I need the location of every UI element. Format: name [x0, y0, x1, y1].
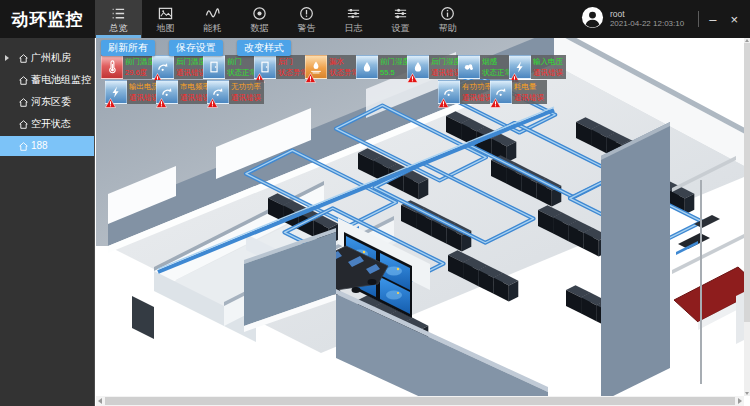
horizontal-scrollbar-thumb[interactable] [105, 397, 735, 405]
horizontal-scrollbar[interactable] [96, 396, 744, 406]
app-window: 动环监控 总览地图能耗数据警告日志设置帮助 root 2021-04-22 12… [0, 0, 750, 406]
door-icon [203, 55, 225, 79]
droplet-icon [356, 55, 378, 79]
sensor-widget[interactable]: 输入电压通讯错误 [509, 55, 566, 79]
topbar-divider [698, 11, 699, 27]
alarm-icon [156, 94, 167, 104]
save-settings-button[interactable]: 保存设置 [169, 40, 223, 56]
alarm-icon [305, 69, 316, 79]
sidebar: 广州机房蓄电池组监控河东区委空开状态188 [0, 38, 95, 406]
sensor-value: 通讯错误 [514, 92, 546, 103]
sensor-widget[interactable]: 后门状态异常 [254, 55, 311, 79]
map-icon [158, 6, 173, 21]
sensor-widget[interactable]: 耗电量通讯错误 [490, 80, 547, 104]
alarm-icon [105, 94, 116, 104]
tab-label: 警告 [298, 23, 316, 33]
window-controls: – × [709, 0, 738, 38]
data-icon [252, 6, 267, 21]
tab-label: 设置 [392, 23, 410, 33]
expand-caret-icon[interactable] [5, 55, 9, 61]
sensor-widget[interactable]: 输出电流通讯错误 [105, 80, 162, 104]
settings-icon [393, 6, 408, 21]
meter-icon [438, 80, 460, 104]
alarm-icon [254, 69, 265, 79]
leak-icon [305, 55, 327, 79]
tab-logs[interactable]: 日志 [330, 0, 377, 38]
sidebar-item-label: 河东区委 [31, 92, 71, 112]
login-timestamp: 2021-04-22 12:03:10 [610, 19, 684, 29]
app-title: 动环监控 [0, 0, 95, 38]
sidebar-item-label: 空开状态 [31, 114, 71, 134]
smoke-icon [458, 55, 480, 79]
log-icon [346, 6, 361, 21]
sidebar-item-188[interactable]: 188 [0, 136, 94, 156]
sidebar-item-guangzhou-jifang[interactable]: 广州机房 [0, 48, 94, 68]
alarm-icon [152, 69, 163, 79]
scroll-up-icon[interactable] [745, 39, 749, 42]
alarm-icon [407, 69, 418, 79]
scroll-right-icon[interactable] [738, 398, 742, 404]
sidebar-item-xudianchizu-jiankong[interactable]: 蓄电池组监控 [0, 70, 94, 90]
sensor-label: 输入电压 [533, 56, 565, 67]
sidebar-item-label: 广州机房 [31, 48, 71, 68]
sensor-text: 输入电压通讯错误 [531, 55, 566, 79]
sensor-widget[interactable]: 无功功率通讯错误 [207, 80, 264, 104]
sensor-widget[interactable]: 烟感状态正常 [458, 55, 515, 79]
tab-map[interactable]: 地图 [142, 0, 189, 38]
minimize-button[interactable]: – [709, 13, 716, 26]
scroll-down-icon[interactable] [745, 392, 749, 395]
sensor-widget[interactable]: 前门湿度55.5 [356, 55, 413, 79]
tab-label: 地图 [157, 23, 175, 33]
scroll-left-icon[interactable] [98, 398, 102, 404]
vertical-scrollbar-thumb[interactable] [744, 43, 750, 322]
sensor-widget[interactable]: 前门状态正常 [203, 55, 260, 79]
sensor-widget[interactable]: 后门温度通讯错误 [152, 55, 209, 79]
home-icon [19, 54, 28, 63]
thermometer-icon [101, 55, 123, 79]
meter-icon [152, 55, 174, 79]
meter-icon [156, 80, 178, 104]
power-icon [105, 80, 127, 104]
alarm-icon [509, 69, 520, 79]
alarm-icon [490, 94, 501, 104]
sidebar-item-kongkai-zhuangtai[interactable]: 空开状态 [0, 114, 94, 134]
sensor-widget[interactable]: 有功功率通讯错误 [438, 80, 495, 104]
vertical-scrollbar[interactable] [744, 38, 750, 396]
sensor-label: 耗电量 [514, 81, 546, 92]
home-icon [19, 120, 28, 129]
sensor-widget[interactable]: 后门湿度通讯错误 [407, 55, 464, 79]
refresh-all-button[interactable]: 刷新所有 [101, 40, 155, 56]
tab-overview[interactable]: 总览 [95, 0, 142, 38]
home-icon [19, 76, 28, 85]
sensor-widget[interactable]: 前门温度29.6度 [101, 55, 158, 79]
topbar: 动环监控 总览地图能耗数据警告日志设置帮助 root 2021-04-22 12… [0, 0, 750, 38]
alarm-icon [207, 94, 218, 104]
sensor-label: 无功功率 [231, 81, 263, 92]
tab-label: 总览 [110, 23, 128, 33]
sidebar-item-label: 蓄电池组监控 [31, 70, 91, 90]
tab-energy[interactable]: 能耗 [189, 0, 236, 38]
close-button[interactable]: × [730, 13, 738, 26]
sensor-widget[interactable]: 市电频率通讯错误 [156, 80, 213, 104]
meter-icon [207, 80, 229, 104]
alert-icon [299, 6, 314, 21]
sensor-text: 无功功率通讯错误 [229, 80, 264, 104]
sidebar-item-hedong-quwei[interactable]: 河东区委 [0, 92, 94, 112]
topbar-spacer [471, 0, 581, 38]
toolbar: 刷新所有保存设置改变样式 [101, 40, 291, 56]
alarm-icon [438, 94, 449, 104]
tab-alerts[interactable]: 警告 [283, 0, 330, 38]
user-area[interactable]: root 2021-04-22 12:03:10 [581, 0, 684, 38]
tab-settings[interactable]: 设置 [377, 0, 424, 38]
change-style-button[interactable]: 改变样式 [237, 40, 291, 56]
tab-data[interactable]: 数据 [236, 0, 283, 38]
home-icon [19, 98, 28, 107]
main-content: 刷新所有保存设置改变样式 前门温度29.6度后门温度通讯错误前门状态正常后门状态… [96, 38, 750, 406]
tab-help[interactable]: 帮助 [424, 0, 471, 38]
home-icon [19, 142, 28, 151]
sensor-widget[interactable]: 漏水状态异常 [305, 55, 362, 79]
energy-icon [205, 6, 220, 21]
list-icon [111, 6, 126, 21]
user-meta: root 2021-04-22 12:03:10 [610, 9, 684, 29]
tab-label: 能耗 [204, 23, 222, 33]
